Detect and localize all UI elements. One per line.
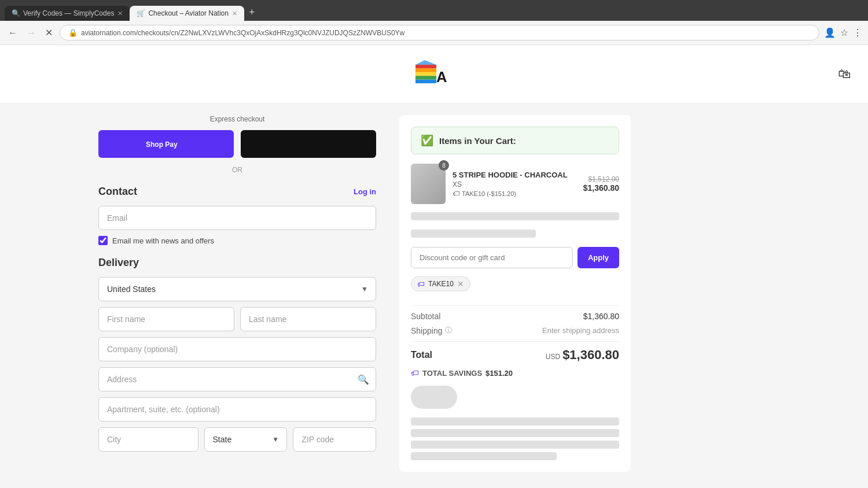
subtotal-value: $1,360.80 [583,312,619,321]
tab-label-1: Verify Codes — SimplyCodes [23,9,114,17]
skeleton-block-4 [411,452,557,460]
total-line: Total USD $1,360.80 [411,347,619,363]
logo-svg: A [411,57,457,91]
shop-pay-button[interactable]: Shop Pay [98,130,234,158]
skeleton-section-bottom [411,386,619,460]
shop-pay-logo: Shop Pay [143,138,189,150]
coupon-tag: 🏷 TAKE10 ✕ [411,276,470,291]
tab-label-2: Checkout – Aviator Nation [148,9,229,17]
product-image [411,164,446,204]
address-bar-icons: 👤 ☆ ⋮ [824,27,862,38]
tab-bar: 🔍 Verify Codes — SimplyCodes ✕ 🛒 Checkou… [0,0,868,21]
coupon-remove-button[interactable]: ✕ [457,279,464,289]
state-select[interactable]: State [204,427,288,452]
url-security-icon: 🔒 [68,28,78,37]
first-name-input[interactable] [98,307,234,331]
city-input[interactable] [98,427,198,452]
svg-rect-2 [415,72,436,76]
coupon-tag-icon: 🏷 [417,280,425,289]
main-layout: Express checkout Shop Pay OR Contact Log… [87,103,781,483]
url-bar[interactable]: 🔒 aviatornation.com/checkouts/cn/Z2NwLXV… [60,25,819,40]
email-input-group [98,206,376,230]
savings-amount: $151.20 [486,369,513,378]
svg-text:A: A [436,69,447,85]
tab-close-2[interactable]: ✕ [232,10,237,17]
tab-checkout[interactable]: 🛒 Checkout – Aviator Nation ✕ [130,6,244,21]
apply-button[interactable]: Apply [578,247,619,268]
address-search-icon: 🔍 [358,374,369,385]
product-image-placeholder [411,164,446,204]
newsletter-checkbox[interactable] [98,236,108,245]
forward-button[interactable]: → [24,25,38,40]
logo[interactable]: A [411,57,457,91]
first-name-group [98,307,234,331]
product-promo: 🏷 TAKE10 (-$151.20) [453,190,576,198]
check-circle-icon: ✅ [421,134,433,147]
product-image-wrap: 8 [411,164,446,204]
subtotal-line: Subtotal $1,360.80 [411,312,619,321]
address-group: 🔍 [98,367,376,391]
cart-icon[interactable]: 🛍 [838,66,851,82]
address-bar: ← → ✕ 🔒 aviatornation.com/checkouts/cn/Z… [0,21,868,45]
company-group [98,337,376,361]
svg-rect-1 [415,68,436,72]
bookmark-icon[interactable]: ☆ [840,27,848,38]
sale-price: $1,360.80 [583,183,619,193]
product-prices: $1,512.00 $1,360.80 [583,175,619,193]
profile-icon[interactable]: 👤 [824,27,836,38]
page-content: A 🛍 Express checkout Shop Pay [0,45,868,488]
city-state-zip-row: State ▼ [98,427,376,452]
total-value: $1,360.80 [562,347,619,363]
product-promo-code: TAKE10 (-$151.20) [462,190,516,197]
discount-input[interactable] [411,247,573,268]
original-price: $1,512.00 [583,175,619,183]
tab-favicon-2: 🛒 [137,9,145,17]
contact-section-title: Contact Log in [98,186,376,198]
zip-group [293,427,376,452]
total-currency: USD [546,353,560,361]
savings-row: 🏷 TOTAL SAVINGS $151.20 [411,368,619,378]
skeleton-block-2 [411,429,619,437]
tab-close-1[interactable]: ✕ [117,10,123,17]
total-label: Total [411,350,432,360]
last-name-input[interactable] [240,307,376,331]
shipping-info-icon[interactable]: ⓘ [445,326,452,335]
skeleton-block-3 [411,441,619,449]
product-badge: 8 [439,160,449,171]
back-button[interactable]: ← [6,25,20,40]
state-group: State ▼ [204,427,288,452]
skeleton-bar-2 [411,230,536,238]
express-pay-button-2[interactable] [241,130,376,158]
apartment-group [98,397,376,422]
savings-label: TOTAL SAVINGS [422,369,482,378]
savings-tag-icon: 🏷 [411,368,419,378]
delivery-section: Delivery United States ▼ [98,257,376,452]
new-tab-button[interactable]: + [244,4,260,21]
email-input[interactable] [98,206,376,230]
name-row [98,307,376,331]
total-value-wrap: USD $1,360.80 [546,347,619,363]
svg-rect-3 [415,76,436,79]
company-input[interactable] [98,337,376,361]
shipping-label: Shipping ⓘ [411,326,452,335]
promo-tag-icon: 🏷 [453,190,459,198]
svg-rect-4 [415,80,436,83]
zip-input[interactable] [293,427,376,452]
login-link[interactable]: Log in [354,187,376,196]
coupon-code: TAKE10 [428,280,454,288]
skeleton-btn [411,386,457,409]
tab-favicon-1: 🔍 [12,9,20,17]
express-buttons: Shop Pay [98,130,376,158]
extensions-icon[interactable]: ⋮ [853,27,862,38]
delivery-section-title: Delivery [98,257,376,269]
apartment-input[interactable] [98,397,376,422]
newsletter-label: Email me with news and offers [112,236,214,245]
discount-row: Apply [411,247,619,268]
svg-rect-0 [415,65,436,68]
address-input[interactable] [98,367,376,391]
country-select[interactable]: United States [98,277,376,301]
reload-button[interactable]: ✕ [43,25,55,40]
tab-verify-codes[interactable]: 🔍 Verify Codes — SimplyCodes ✕ [5,6,130,21]
shipping-note: Enter shipping address [542,326,619,335]
svg-text:Shop Pay: Shop Pay [146,141,178,149]
